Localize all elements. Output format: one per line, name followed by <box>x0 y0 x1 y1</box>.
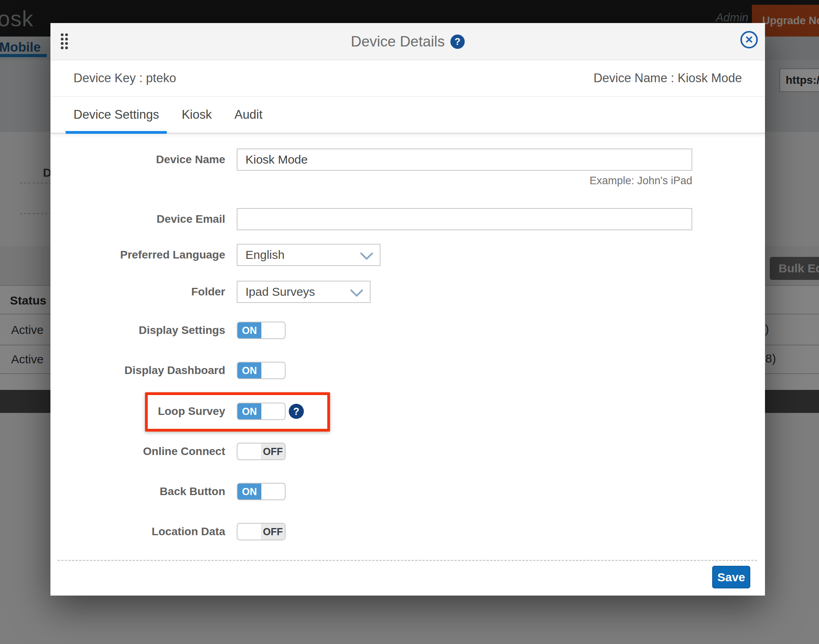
save-button[interactable]: Save <box>712 566 750 588</box>
modal-tabs: Device Settings Kiosk Audit <box>50 97 765 134</box>
device-name-helper: Example: John's iPad <box>589 175 692 187</box>
chevron-down-icon <box>350 289 363 297</box>
chevron-down-icon <box>360 252 373 260</box>
device-email-label: Device Email <box>50 208 225 230</box>
device-name-label: Device Name <box>50 148 225 171</box>
folder-select[interactable]: Ipad Surveys <box>237 281 371 303</box>
preferred-language-select[interactable]: English <box>237 244 381 266</box>
tab-kiosk[interactable]: Kiosk <box>174 97 220 133</box>
location-data-row: Location Data OFF <box>50 523 765 540</box>
preferred-language-value: English <box>245 248 284 261</box>
device-details-modal: Device Details ? ✕ Device Key : pteko De… <box>50 23 765 596</box>
back-button-row: Back Button ON <box>50 483 765 500</box>
toggle-state: ON <box>238 322 261 338</box>
toggle-state: OFF <box>261 443 285 459</box>
toggle-state: ON <box>238 484 261 499</box>
back-button-label: Back Button <box>50 483 225 500</box>
device-key-row: Device Key : pteko Device Name : Kiosk M… <box>50 60 765 97</box>
display-settings-row: Display Settings ON <box>50 322 765 339</box>
device-email-input[interactable] <box>237 208 692 230</box>
folder-row: Folder Ipad Surveys <box>50 281 765 303</box>
tab-audit[interactable]: Audit <box>226 97 270 133</box>
display-dashboard-label: Display Dashboard <box>50 362 225 379</box>
close-icon[interactable]: ✕ <box>740 31 758 48</box>
modal-title-wrap: Device Details ? <box>50 23 765 60</box>
preferred-language-row: Preferred Language English <box>50 244 765 266</box>
display-settings-label: Display Settings <box>50 322 225 339</box>
modal-header: Device Details ? ✕ <box>50 23 765 60</box>
toggle-state: ON <box>238 362 261 378</box>
folder-label: Folder <box>50 281 225 303</box>
online-connect-label: Online Connect <box>50 443 225 460</box>
tab-device-settings[interactable]: Device Settings <box>66 97 167 133</box>
folder-value: Ipad Surveys <box>245 285 315 298</box>
help-icon[interactable]: ? <box>450 35 465 49</box>
preferred-language-label: Preferred Language <box>50 244 225 266</box>
device-email-row: Device Email <box>50 208 765 230</box>
device-key-text: Device Key : pteko <box>73 71 176 85</box>
device-name-row: Device Name <box>50 148 765 171</box>
device-name-input[interactable] <box>237 148 692 171</box>
online-connect-toggle[interactable]: OFF <box>237 443 286 460</box>
back-button-toggle[interactable]: ON <box>237 483 286 500</box>
online-connect-row: Online Connect OFF <box>50 443 765 460</box>
display-dashboard-row: Display Dashboard ON <box>50 362 765 379</box>
display-dashboard-toggle[interactable]: ON <box>237 362 286 379</box>
modal-title: Device Details <box>351 33 444 50</box>
location-data-toggle[interactable]: OFF <box>237 523 286 540</box>
toggle-state: OFF <box>261 524 285 540</box>
annotation-highlight-box <box>145 392 330 432</box>
display-settings-toggle[interactable]: ON <box>237 322 286 339</box>
device-name-text: Device Name : Kiosk Mode <box>593 71 742 85</box>
footer-divider <box>58 560 757 561</box>
location-data-label: Location Data <box>50 523 225 540</box>
